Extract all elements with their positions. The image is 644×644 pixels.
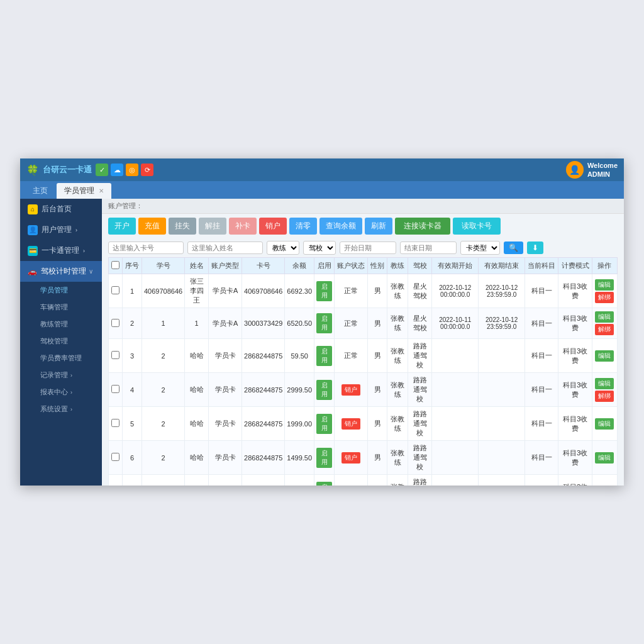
action-edit-button[interactable]: 编辑 [595, 311, 614, 323]
school-select[interactable]: 驾校 [303, 241, 336, 255]
search-button[interactable]: 🔍 [504, 242, 523, 254]
cell-balance: 998.50 [285, 475, 314, 486]
collapse-arrow[interactable]: ∨ [89, 268, 93, 275]
select-all-checkbox[interactable] [111, 261, 119, 269]
logo-text: 台研云一卡通 [43, 164, 92, 175]
tab-student-management[interactable]: 学员管理 ✕ [57, 183, 111, 199]
row-checkbox[interactable] [111, 319, 119, 327]
home-icon: ⌂ [28, 204, 38, 214]
row-checkbox[interactable] [111, 351, 119, 359]
action-edit-button[interactable]: 编辑 [595, 350, 614, 362]
cell-teacher: 张教练 [387, 373, 408, 407]
cell-seq: 4 [123, 373, 142, 407]
card-number-input[interactable] [108, 242, 184, 254]
sidebar-sub-school[interactable]: 驾校管理 [33, 333, 102, 350]
app-container: 🍀 台研云一卡通 ✓ ☁ ◎ ⟳ 👤 Welcome ADMIN 主页 学员管理… [20, 158, 624, 486]
tab-close-icon[interactable]: ✕ [99, 187, 104, 194]
end-date-input[interactable] [400, 242, 457, 254]
sidebar-group-driving-header[interactable]: 🚗 驾校计时管理 ∨ [20, 261, 102, 282]
tab-home[interactable]: 主页 [25, 183, 55, 199]
cell-valid-start [432, 373, 479, 407]
refresh-button[interactable]: 刷新 [365, 218, 392, 235]
cell-subject: 科目一 [525, 308, 558, 339]
cell-actions: 编辑解绑 [592, 373, 617, 407]
clear-balance-button[interactable]: 清零 [289, 218, 317, 235]
action-edit-button[interactable]: 编辑 [595, 418, 614, 430]
unlock-button[interactable]: 解挂 [199, 218, 226, 235]
sidebar-sub-vehicle[interactable]: 车辆管理 [33, 299, 102, 316]
cell-account-type: 学员卡 [209, 407, 242, 441]
action-cancel-button[interactable]: 解绑 [595, 324, 614, 335]
cell-school: 星火驾校 [408, 308, 432, 339]
icon-btn-green[interactable]: ✓ [96, 164, 108, 176]
action-cancel-button[interactable]: 解绑 [595, 292, 614, 303]
cell-name: 哈哈 [185, 339, 209, 373]
sidebar-sub-student[interactable]: 学员管理 [33, 282, 102, 299]
cell-enabled: 启用 [314, 373, 335, 407]
account-table: 序号 学号 姓名 账户类型 卡号 余额 启用 账户状态 性别 教练 驾校 有效期… [108, 257, 618, 486]
cell-teacher: 张教练 [387, 339, 408, 373]
cell-subject: 科目一 [525, 441, 558, 475]
sidebar-sub-settings[interactable]: 系统设置 › [33, 401, 102, 418]
sidebar: ⌂ 后台首页 👤 用户管理 › 💳 一卡通管理 › 🚗 驾校计时管理 [20, 199, 102, 486]
open-account-button[interactable]: 开户 [108, 218, 136, 235]
cell-card-no: 2868244875 [242, 407, 285, 441]
icon-btn-orange[interactable]: ◎ [126, 164, 138, 176]
row-checkbox-cell [109, 407, 123, 441]
action-edit-button[interactable]: 编辑 [595, 452, 614, 464]
table-wrapper: 序号 学号 姓名 账户类型 卡号 余额 启用 账户状态 性别 教练 驾校 有效期… [102, 257, 624, 486]
recharge-button[interactable]: 充值 [138, 218, 166, 235]
content-area: 账户管理： 开户 充值 挂失 解挂 补卡 销户 清零 查询余额 刷新 连接读卡器… [102, 199, 624, 486]
row-checkbox[interactable] [111, 385, 119, 393]
action-cancel-button[interactable]: 解绑 [595, 391, 614, 402]
card-type-select[interactable]: 卡类型 [460, 241, 500, 255]
read-card-button[interactable]: 读取卡号 [453, 218, 501, 235]
sidebar-sub-instructor[interactable]: 教练管理 [33, 316, 102, 333]
cell-name: 哈哈 [185, 441, 209, 475]
sidebar-item-card-management[interactable]: 💳 一卡通管理 › [20, 240, 102, 261]
cell-teacher: 张教练 [387, 441, 408, 475]
sidebar-sub-reports[interactable]: 报表中心 › [33, 384, 102, 401]
teacher-select[interactable]: 教练 [267, 241, 299, 255]
cell-subject: 科目一 [525, 339, 558, 373]
cell-valid-end: 2022-10-12 23:59:59.0 [479, 308, 525, 339]
sidebar-item-user-management[interactable]: 👤 用户管理 › [20, 219, 102, 240]
cell-enabled: 启用 [314, 274, 335, 308]
icon-btn-blue[interactable]: ☁ [111, 164, 123, 176]
icon-btn-red[interactable]: ⟳ [141, 164, 153, 176]
row-checkbox[interactable] [111, 286, 119, 294]
connect-reader-button[interactable]: 连接读卡器 [395, 218, 450, 235]
status-badge: 正常 [344, 352, 358, 359]
name-input[interactable] [187, 242, 263, 254]
cell-card-no: 4069708646 [242, 274, 285, 308]
cell-school: 星火驾校 [408, 274, 432, 308]
row-checkbox[interactable] [111, 453, 119, 461]
lost-card-button[interactable]: 挂失 [169, 218, 196, 235]
cell-valid-end [479, 475, 525, 486]
col-seq: 序号 [123, 258, 142, 274]
cell-student-id: 2 [142, 475, 185, 486]
cell-gender: 男 [368, 441, 387, 475]
action-edit-button[interactable]: 编辑 [595, 378, 614, 389]
cell-enabled: 启用 [314, 339, 335, 373]
download-button[interactable]: ⬇ [527, 242, 543, 254]
start-date-input[interactable] [340, 242, 396, 254]
query-balance-button[interactable]: 查询余额 [319, 218, 362, 235]
cell-account-type: 学员卡 [209, 339, 242, 373]
replace-card-button[interactable]: 补卡 [229, 218, 257, 235]
sidebar-sub-fee-rate[interactable]: 学员费率管理 [33, 350, 102, 367]
cell-seq: 7 [123, 475, 142, 486]
cancel-account-button[interactable]: 销户 [259, 218, 287, 235]
filter-bar: 教练 驾校 卡类型 🔍 ⬇ [102, 238, 624, 257]
action-edit-button[interactable]: 编辑 [595, 279, 614, 291]
row-checkbox-cell [109, 308, 123, 339]
row-checkbox[interactable] [111, 419, 119, 427]
cell-student-id: 2 [142, 407, 185, 441]
sidebar-sub-records[interactable]: 记录管理 › [33, 367, 102, 384]
enabled-badge: 启用 [316, 281, 332, 301]
user-icon: 👤 [28, 225, 38, 235]
cell-seq: 5 [123, 407, 142, 441]
cell-account-type: 学员卡A [209, 274, 242, 308]
cell-school: 路路通驾校 [408, 407, 432, 441]
sidebar-item-home[interactable]: ⌂ 后台首页 [20, 199, 102, 219]
